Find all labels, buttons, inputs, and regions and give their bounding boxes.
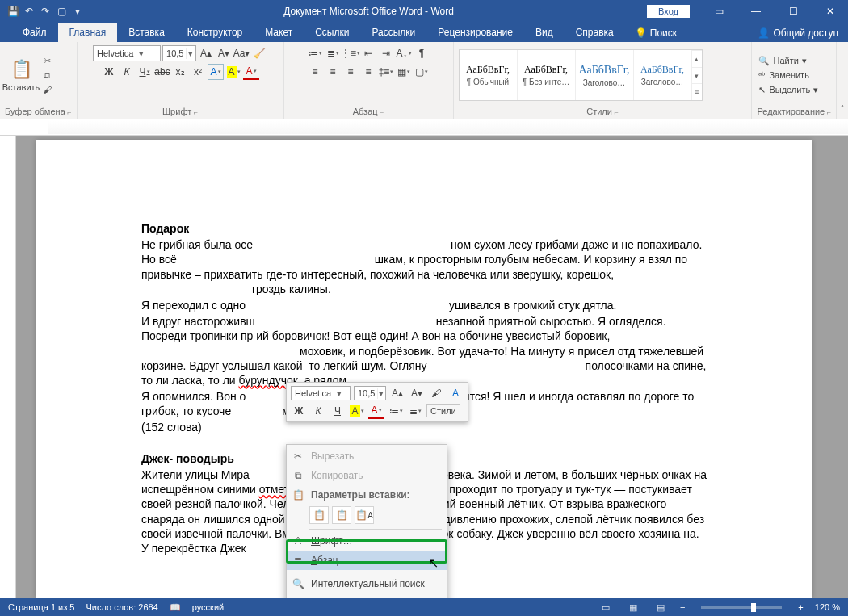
mini-bullets-icon[interactable]: ≔ bbox=[388, 403, 404, 419]
find-button[interactable]: 🔍Найти ▾ bbox=[757, 55, 820, 67]
zoom-in-icon[interactable]: + bbox=[798, 602, 803, 612]
status-proofing-icon[interactable]: 📖 bbox=[170, 602, 181, 613]
change-case-icon[interactable]: Aa▾ bbox=[233, 45, 250, 61]
bold-button[interactable]: Ж bbox=[101, 64, 117, 80]
vertical-ruler[interactable] bbox=[0, 136, 16, 598]
view-web-icon[interactable]: ▤ bbox=[653, 601, 669, 614]
line-spacing-icon[interactable]: ‡≡ bbox=[378, 64, 394, 80]
paste-button[interactable]: 📋 Вставить bbox=[5, 58, 37, 92]
tab-file[interactable]: Файл bbox=[11, 23, 58, 42]
pilcrow-icon[interactable]: ¶ bbox=[414, 45, 430, 61]
close-icon[interactable]: ✕ bbox=[812, 0, 848, 23]
collapse-ribbon-icon[interactable]: ˄ bbox=[837, 42, 848, 119]
style-heading1[interactable]: АаБбВвГг,Заголово… bbox=[576, 50, 634, 100]
subscript-button[interactable]: x₂ bbox=[172, 64, 188, 80]
login-button[interactable]: Вход bbox=[647, 5, 690, 18]
align-right-icon[interactable]: ≡ bbox=[342, 64, 359, 80]
text-effects-icon[interactable]: A bbox=[208, 64, 224, 80]
mini-numbering-icon[interactable]: ≣ bbox=[407, 403, 423, 419]
ctx-smart-lookup[interactable]: 🔍Интеллектуальный поиск bbox=[287, 574, 447, 593]
horizontal-ruler[interactable] bbox=[0, 119, 848, 136]
tab-layout[interactable]: Макет bbox=[254, 23, 304, 42]
view-print-icon[interactable]: ▦ bbox=[625, 601, 641, 614]
mini-font-combo[interactable]: Helvetica▾ bbox=[291, 386, 351, 400]
font-family-combo[interactable]: Helvetica▾ bbox=[93, 45, 161, 61]
tab-view[interactable]: Вид bbox=[524, 23, 565, 42]
numbering-icon[interactable]: ≣ bbox=[325, 45, 341, 61]
multilevel-icon[interactable]: ⋮≡ bbox=[342, 45, 359, 61]
redo-icon[interactable]: ↷ bbox=[39, 5, 52, 18]
share-button[interactable]: 👤Общий доступ bbox=[748, 24, 848, 42]
increase-indent-icon[interactable]: ⇥ bbox=[378, 45, 394, 61]
mini-bold[interactable]: Ж bbox=[291, 403, 307, 419]
style-heading2[interactable]: АаБбВвГг,Заголово… bbox=[634, 50, 692, 100]
tab-insert[interactable]: Вставка bbox=[117, 23, 176, 42]
format-painter-icon[interactable]: 🖌 bbox=[40, 83, 53, 96]
shading-icon[interactable]: ▦ bbox=[396, 64, 412, 80]
replace-button[interactable]: ᵃᵇЗаменить bbox=[757, 69, 820, 82]
view-read-icon[interactable]: ▭ bbox=[598, 601, 614, 614]
mini-styles-button[interactable]: Стили bbox=[426, 404, 460, 417]
zoom-slider[interactable] bbox=[701, 606, 782, 609]
style-normal[interactable]: АаБбВвГг,¶ Обычный bbox=[460, 50, 518, 100]
mini-underline[interactable]: Ч bbox=[330, 403, 346, 419]
ctx-copy[interactable]: ⧉Копировать bbox=[287, 466, 447, 485]
increase-font-icon[interactable]: A▴ bbox=[198, 45, 214, 61]
strike-button[interactable]: abc bbox=[154, 64, 170, 80]
font-size-combo[interactable]: 10,5▾ bbox=[162, 45, 196, 61]
italic-button[interactable]: К bbox=[119, 64, 135, 80]
tab-help[interactable]: Справка bbox=[565, 23, 625, 42]
tab-mailings[interactable]: Рассылки bbox=[360, 23, 426, 42]
mini-font-color-icon[interactable]: A bbox=[368, 403, 384, 419]
paste-text-only-icon[interactable]: 📋A bbox=[355, 506, 374, 524]
touch-mode-icon[interactable]: ▢ bbox=[55, 5, 68, 18]
tell-me-search[interactable]: 💡Поиск bbox=[625, 24, 686, 42]
decrease-indent-icon[interactable]: ⇤ bbox=[360, 45, 376, 61]
tab-review[interactable]: Рецензирование bbox=[426, 23, 524, 42]
ctx-paragraph[interactable]: ≣Абзац… bbox=[287, 551, 447, 570]
align-center-icon[interactable]: ≡ bbox=[325, 64, 341, 80]
mini-decrease-font-icon[interactable]: A▾ bbox=[409, 385, 425, 401]
cut-icon[interactable]: ✂ bbox=[40, 54, 53, 67]
sort-icon[interactable]: A↓ bbox=[396, 45, 412, 61]
justify-icon[interactable]: ≡ bbox=[360, 64, 376, 80]
styles-gallery-nav[interactable]: ▴▾≡ bbox=[692, 50, 702, 100]
qat-dropdown-icon[interactable]: ▾ bbox=[71, 5, 84, 18]
highlight-icon[interactable]: A bbox=[225, 64, 241, 80]
tab-references[interactable]: Ссылки bbox=[304, 23, 360, 42]
ctx-font[interactable]: AШрифт… bbox=[287, 531, 447, 551]
mini-italic[interactable]: К bbox=[310, 403, 326, 419]
paste-merge-icon[interactable]: 📋 bbox=[332, 506, 351, 524]
underline-button[interactable]: Ч bbox=[136, 64, 153, 80]
status-language[interactable]: русский bbox=[192, 602, 224, 612]
style-nospace[interactable]: АаБбВвГг,¶ Без инте… bbox=[518, 50, 576, 100]
superscript-button[interactable]: x² bbox=[190, 64, 206, 80]
maximize-icon[interactable]: ☐ bbox=[775, 0, 811, 23]
ctx-synonyms[interactable]: Синонимы▸ bbox=[287, 593, 447, 598]
status-page[interactable]: Страница 1 из 5 bbox=[8, 602, 74, 612]
tab-home[interactable]: Главная bbox=[58, 23, 118, 42]
minimize-icon[interactable]: — bbox=[738, 0, 774, 23]
mini-text-effects-icon[interactable]: A bbox=[447, 385, 464, 401]
zoom-out-icon[interactable]: − bbox=[680, 602, 685, 612]
undo-icon[interactable]: ↶ bbox=[23, 5, 36, 18]
bullets-icon[interactable]: ≔ bbox=[307, 45, 323, 61]
font-color-icon[interactable]: A bbox=[243, 64, 259, 80]
mini-format-painter-icon[interactable]: 🖌 bbox=[428, 385, 444, 401]
status-words[interactable]: Число слов: 2684 bbox=[86, 602, 157, 612]
copy-icon[interactable]: ⧉ bbox=[40, 69, 53, 82]
styles-gallery[interactable]: АаБбВвГг,¶ Обычный АаБбВвГг,¶ Без инте… … bbox=[459, 49, 703, 101]
paste-keep-source-icon[interactable]: 📋 bbox=[309, 506, 329, 524]
borders-icon[interactable]: ▢ bbox=[414, 64, 430, 80]
align-left-icon[interactable]: ≡ bbox=[307, 64, 323, 80]
mini-increase-font-icon[interactable]: A▴ bbox=[389, 385, 405, 401]
mini-highlight-icon[interactable]: A bbox=[349, 403, 365, 419]
save-icon[interactable]: 💾 bbox=[6, 5, 19, 18]
clear-format-icon[interactable]: 🧹 bbox=[251, 45, 267, 61]
status-zoom[interactable]: 120 % bbox=[815, 602, 840, 612]
tab-design[interactable]: Конструктор bbox=[176, 23, 254, 42]
mini-size-combo[interactable]: 10,5▾ bbox=[354, 386, 386, 400]
decrease-font-icon[interactable]: A▾ bbox=[216, 45, 232, 61]
select-button[interactable]: ↖Выделить ▾ bbox=[757, 84, 820, 96]
ribbon-display-icon[interactable]: ▭ bbox=[701, 0, 737, 23]
